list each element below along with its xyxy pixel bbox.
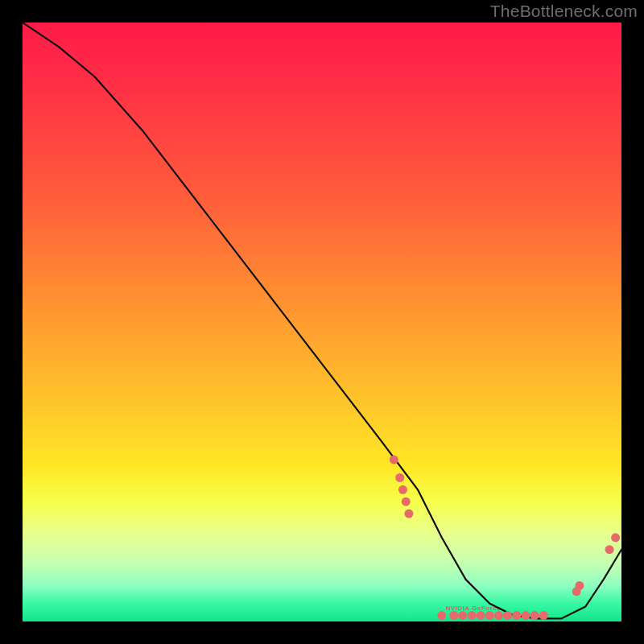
data-point (503, 611, 512, 620)
data-point (485, 611, 494, 620)
data-point (437, 611, 446, 620)
data-point (398, 485, 407, 494)
bottleneck-curve-svg (23, 23, 621, 621)
chart-frame: TheBottleneck.com NVIDIA GeForce (0, 0, 644, 644)
data-point (404, 510, 413, 518)
data-point (605, 545, 614, 554)
data-point (575, 581, 584, 590)
data-point (539, 611, 548, 620)
data-point (522, 611, 530, 620)
data-point (512, 611, 521, 620)
data-point (395, 473, 404, 482)
data-point (530, 611, 539, 620)
data-point (611, 533, 620, 542)
data-point (390, 456, 398, 464)
watermark-text: TheBottleneck.com (490, 2, 638, 21)
data-point (494, 611, 503, 620)
bottleneck-curve (23, 23, 621, 618)
data-point (449, 611, 458, 620)
plot-area: NVIDIA GeForce (23, 23, 621, 621)
data-point (402, 497, 411, 506)
data-point (458, 611, 467, 620)
data-point (468, 611, 477, 620)
data-point (477, 611, 485, 620)
